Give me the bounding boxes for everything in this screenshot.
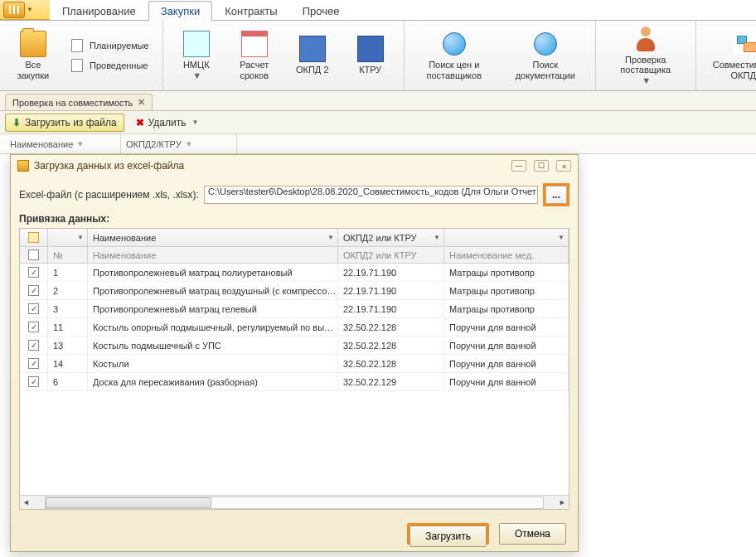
data-grid: ▼ Наименование▼ ОКПД2 или КТРУ▼ ▼ № Наим…: [19, 228, 569, 510]
cell-no: 1: [48, 264, 88, 281]
maximize-button[interactable]: ☐: [534, 160, 549, 172]
cell-med: Матрацы противопр: [444, 300, 569, 317]
tab-contracts[interactable]: Контракты: [212, 1, 290, 21]
cell-okpd: 32.50.22.129: [338, 373, 444, 390]
cancel-button[interactable]: Отмена: [499, 523, 566, 545]
doc-tab-compat[interactable]: Проверка на совместимость ✕: [5, 94, 153, 110]
header-checkbox[interactable]: [28, 232, 39, 243]
all-purchases-button[interactable]: Все закупки: [8, 29, 58, 82]
table-row[interactable]: ✓13Костыль подмышечный с УПС32.50.22.128…: [20, 337, 569, 355]
grid-header: ▼ Наименование▼ ОКПД2 или КТРУ▼ ▼: [20, 229, 569, 247]
tab-purchases[interactable]: Закупки: [148, 1, 212, 21]
subheader-checkbox[interactable]: [28, 249, 39, 260]
table-row[interactable]: ✓3Противопролежневый матрац гелевый22.19…: [20, 300, 569, 318]
folder-icon: [20, 31, 46, 57]
load-button-label: Загрузить из файла: [25, 117, 117, 128]
sub-okpd: ОКПД2 или КТРУ: [338, 247, 444, 263]
close-icon[interactable]: ✕: [138, 97, 145, 108]
filter-okpd[interactable]: ОКПД2/КТРУ▾: [121, 134, 237, 153]
price-search-button[interactable]: Поиск цен и поставщиков: [413, 29, 496, 82]
scroll-left-icon[interactable]: ◄: [20, 498, 32, 506]
table-row[interactable]: ✓6Доска для пересаживания (разборная)32.…: [20, 373, 569, 391]
filter-name[interactable]: Наименование▾: [5, 134, 121, 153]
calendar-icon: [241, 31, 268, 57]
cell-name: Противопролежневый матрац полиуретановый: [88, 264, 338, 281]
supplier-check-button[interactable]: Проверка поставщика▼: [604, 24, 687, 88]
close-button[interactable]: ⨉: [556, 160, 571, 172]
col-okpd[interactable]: ОКПД2 или КТРУ▼: [338, 229, 444, 246]
table-row[interactable]: ✓2Противопролежневый матрац воздушный (с…: [20, 282, 569, 300]
deadline-calc-button[interactable]: Расчет сроков: [230, 29, 279, 82]
load-excel-dialog: Загрузка данных из excel-файла — ☐ ⨉ Exc…: [10, 154, 579, 552]
excel-path-input[interactable]: C:\Users\tester6\Desktop\28.08.2020_Совм…: [204, 186, 538, 204]
table-row[interactable]: ✓14Костыли32.50.22.128Поручни для ванной: [20, 355, 569, 373]
app-icon[interactable]: [3, 2, 25, 18]
doc-tab-label: Проверка на совместимость: [12, 98, 133, 108]
okpd2-button[interactable]: ОКПД 2: [288, 34, 337, 77]
ktru-button[interactable]: КТРУ: [346, 34, 395, 77]
document-tabs: Проверка на совместимость ✕: [0, 91, 756, 111]
page-check-icon: [71, 59, 83, 72]
horizontal-scrollbar[interactable]: ◄ ►: [20, 495, 569, 509]
filter-row: Наименование▾ ОКПД2/КТРУ▾: [0, 134, 756, 154]
row-checkbox[interactable]: ✓: [28, 303, 39, 314]
row-checkbox[interactable]: ✓: [28, 358, 39, 369]
chevron-down-icon: ▼: [642, 75, 651, 86]
doc-search-button[interactable]: Поиск документации: [504, 29, 587, 82]
row-checkbox[interactable]: ✓: [28, 267, 39, 278]
load-button[interactable]: Загрузить: [410, 526, 487, 547]
cell-okpd: 32.50.22.128: [338, 355, 444, 372]
excel-file-label: Excel-файл (с расширением .xls, .xlsx):: [19, 189, 199, 201]
cell-okpd: 22.19.71.190: [338, 282, 444, 299]
cell-name: Костыль опорный подмышечный, регулируемы…: [88, 318, 338, 336]
chevron-down-icon: ▼: [558, 234, 565, 241]
calculator-icon: [183, 31, 210, 57]
cell-med: Матрацы противопр: [444, 264, 569, 281]
scroll-thumb[interactable]: [46, 497, 211, 508]
dialog-footer: Загрузить Отмена: [11, 516, 578, 551]
chevron-down-icon: ▼: [434, 234, 440, 241]
toolbar: ⬇ Загрузить из файла ✖ Удалить ▼: [0, 111, 756, 134]
load-from-file-button[interactable]: ⬇ Загрузить из файла: [5, 114, 124, 132]
row-checkbox[interactable]: ✓: [28, 340, 39, 351]
planned-button[interactable]: Планируемые: [66, 36, 154, 55]
cell-no: 3: [48, 300, 88, 317]
cell-no: 11: [48, 318, 88, 336]
chevron-down-icon: ▼: [192, 70, 201, 81]
cell-name: Противопролежневый матрац воздушный (с к…: [88, 282, 338, 299]
tab-planning[interactable]: Планирование: [50, 1, 148, 21]
minimize-button[interactable]: —: [511, 160, 526, 172]
sub-name: Наименование: [88, 247, 338, 263]
table-row[interactable]: ✓1Противопролежневый матрац полиуретанов…: [20, 264, 569, 282]
cell-med: Матрацы противопр: [444, 282, 569, 299]
delete-button[interactable]: ✖ Удалить ▼: [131, 114, 204, 131]
row-checkbox[interactable]: ✓: [28, 322, 39, 332]
funnel-icon: ▾: [78, 138, 83, 149]
dialog-title: Загрузка данных из excel-файла: [34, 160, 184, 172]
cell-okpd: 22.19.71.190: [338, 264, 444, 281]
okpd2-compat-button[interactable]: Совместимость ОКПД2: [705, 29, 756, 82]
cell-no: 6: [48, 373, 88, 390]
grid-subheader: № Наименование ОКПД2 или КТРУ Наименован…: [20, 247, 569, 264]
cell-name: Доска для пересаживания (разборная): [88, 373, 338, 390]
col-no[interactable]: ▼: [48, 229, 88, 246]
row-checkbox[interactable]: ✓: [28, 285, 39, 296]
globe-doc-icon: [534, 32, 557, 56]
book-search-icon: [357, 36, 384, 62]
done-button[interactable]: Проведенные: [66, 56, 154, 75]
ribbon: Все закупки Планируемые Проведенные НМЦК…: [0, 20, 756, 91]
qat-dropdown-icon[interactable]: ▼: [27, 6, 36, 13]
nmck-button[interactable]: НМЦК▼: [172, 29, 221, 82]
col-med[interactable]: ▼: [444, 229, 569, 246]
row-checkbox[interactable]: ✓: [28, 376, 39, 387]
browse-button[interactable]: ...: [545, 186, 567, 204]
table-row[interactable]: ✓11Костыль опорный подмышечный, регулиру…: [20, 318, 569, 337]
cell-med: Поручни для ванной: [444, 337, 569, 354]
tab-other[interactable]: Прочее: [290, 1, 352, 21]
delete-button-label: Удалить: [148, 117, 187, 128]
chevron-down-icon: ▼: [191, 119, 198, 126]
col-name[interactable]: Наименование▼: [88, 229, 338, 246]
scroll-right-icon[interactable]: ►: [556, 498, 569, 506]
cell-no: 14: [48, 355, 88, 372]
col-checkbox[interactable]: [20, 229, 48, 246]
